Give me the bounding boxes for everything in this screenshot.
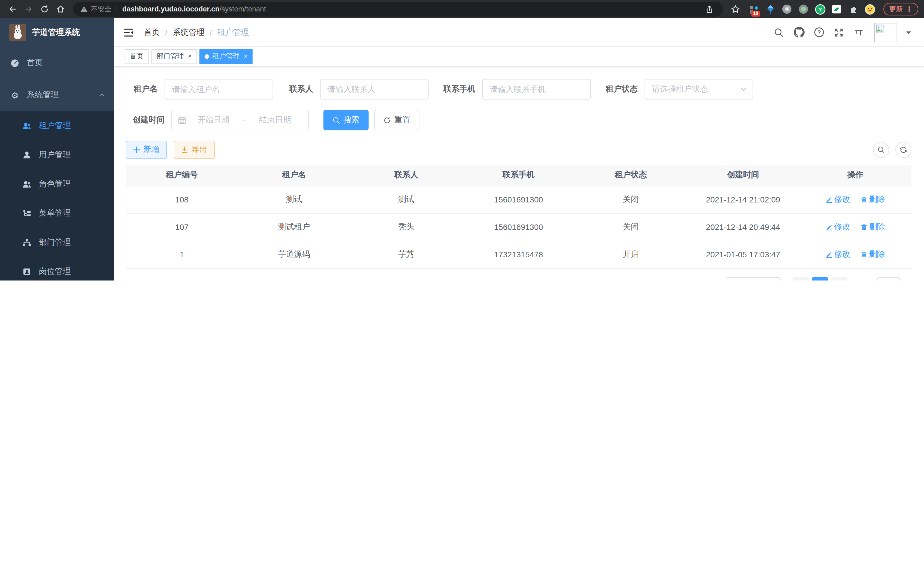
profile-avatar-icon[interactable] <box>864 3 875 15</box>
delete-link[interactable]: 删除 <box>860 194 885 205</box>
contact-input[interactable] <box>320 79 429 99</box>
refresh-table-button[interactable] <box>896 142 911 158</box>
sidebar-item-dept[interactable]: 部门管理 <box>0 228 114 257</box>
status-text: 开启 <box>574 241 687 268</box>
user-avatar-broken-image[interactable] <box>874 23 897 42</box>
header-search-icon[interactable] <box>771 24 787 41</box>
delete-link[interactable]: 删除 <box>860 222 885 232</box>
chevron-down-icon <box>740 86 747 93</box>
svg-text:Y: Y <box>818 6 822 12</box>
trash-icon <box>860 251 867 258</box>
toggle-search-button[interactable] <box>873 142 889 158</box>
tab-tenant[interactable]: 租户管理 × <box>200 49 253 64</box>
tab-home[interactable]: 首页 <box>124 49 148 64</box>
url-host: dashboard.yudao.iocoder.cn <box>122 5 219 13</box>
trash-icon <box>860 196 867 203</box>
sidebar-item-post[interactable]: 岗位管理 <box>0 257 114 281</box>
help-icon[interactable]: ? <box>811 24 827 41</box>
font-size-icon[interactable]: TT <box>851 24 867 41</box>
create-time-range-picker[interactable]: 开始日期 - 结束日期 <box>171 110 309 130</box>
reset-button[interactable]: 重置 <box>374 110 419 130</box>
command-extension-icon[interactable]: ⌘ <box>781 3 793 15</box>
extensions-cluster: 10 ⌘ Y <box>748 3 875 15</box>
svg-text:?: ? <box>817 29 820 35</box>
close-icon[interactable]: × <box>188 53 192 59</box>
status-text: 关闭 <box>574 213 687 241</box>
col-tenant-name: 租户名 <box>238 165 350 186</box>
edit-link[interactable]: 修改 <box>826 194 850 205</box>
col-mobile: 联系手机 <box>463 165 575 186</box>
tenant-name-input[interactable] <box>165 79 273 99</box>
org-chart-icon <box>21 238 33 247</box>
app-title: 芋道管理系统 <box>32 27 80 38</box>
fullscreen-icon[interactable] <box>831 24 847 41</box>
status-select[interactable]: 请选择租户状态 <box>645 79 753 99</box>
url-path: /system/tenant <box>219 5 266 13</box>
extension-grid-icon[interactable]: 10 <box>748 3 759 15</box>
breadcrumb-system[interactable]: 系统管理 <box>172 27 205 38</box>
tab-dept[interactable]: 部门管理 × <box>152 49 197 64</box>
chat-extension-icon[interactable] <box>831 3 842 15</box>
rabbit-logo-icon <box>9 24 26 41</box>
reload-icon[interactable] <box>38 2 51 16</box>
address-bar[interactable]: 不安全 dashboard.yudao.iocoder.cn /system/t… <box>73 2 723 17</box>
edit-link[interactable]: 修改 <box>826 222 850 232</box>
forward-icon[interactable] <box>22 2 35 16</box>
start-date-placeholder: 开始日期 <box>186 115 241 125</box>
create-time-label: 创建时间 <box>126 115 171 125</box>
sidebar-item-menu[interactable]: 菜单管理 <box>0 199 114 228</box>
post-badge-icon <box>21 267 33 276</box>
chevron-up-icon <box>99 92 105 98</box>
col-tenant-id: 租户编号 <box>126 165 238 186</box>
search-icon <box>333 116 340 124</box>
tags-view-bar: 首页 部门管理 × 租户管理 × <box>114 47 924 66</box>
edit-pencil-icon <box>826 251 832 258</box>
export-button[interactable]: 导出 <box>174 141 215 159</box>
close-icon[interactable]: × <box>244 53 248 59</box>
edit-pencil-icon <box>826 196 832 203</box>
puzzle-extensions-icon[interactable] <box>848 3 859 15</box>
col-contact: 联系人 <box>350 165 463 186</box>
svg-text:⌘: ⌘ <box>784 6 790 12</box>
search-button[interactable]: 搜索 <box>323 110 369 130</box>
add-button[interactable]: 新增 <box>126 141 167 159</box>
page-number-1[interactable]: 1 <box>812 277 828 281</box>
share-icon[interactable] <box>702 2 716 16</box>
end-date-placeholder: 结束日期 <box>248 115 302 125</box>
bookmark-star-icon[interactable] <box>729 2 742 16</box>
edit-pencil-icon <box>826 224 832 230</box>
edit-link[interactable]: 修改 <box>826 249 850 260</box>
balloon-extension-icon[interactable] <box>765 3 776 15</box>
tenant-name-label: 租户名 <box>126 84 165 94</box>
roles-users-icon <box>21 179 33 188</box>
delete-link[interactable]: 删除 <box>860 249 885 260</box>
mobile-input[interactable] <box>482 79 591 99</box>
sidebar-item-role[interactable]: 角色管理 <box>0 169 114 199</box>
github-icon[interactable] <box>791 24 807 41</box>
goto-page-input[interactable] <box>877 277 900 281</box>
tenant-table: 租户编号 租户名 联系人 联系手机 租户状态 创建时间 操作 108 测试 <box>126 165 911 268</box>
mobile-label: 联系手机 <box>436 84 482 94</box>
tenant-users-icon <box>21 121 33 130</box>
browser-menu-dots-icon[interactable]: ⋮ <box>906 5 913 13</box>
table-header-row: 租户编号 租户名 联系人 联系手机 租户状态 创建时间 操作 <box>126 165 911 186</box>
app-logo[interactable]: 芋道管理系统 <box>0 18 114 47</box>
avatar-caret-down-icon[interactable] <box>906 27 911 38</box>
sidebar-item-user[interactable]: 用户管理 <box>0 140 114 169</box>
sidebar-fold-icon[interactable] <box>114 27 134 38</box>
search-icon <box>877 146 885 154</box>
table-row: 107 测试租户 秃头 15601691300 关闭 2021-12-14 20… <box>126 213 911 241</box>
breadcrumb-home[interactable]: 首页 <box>144 27 160 38</box>
sidebar-item-home[interactable]: 首页 <box>0 47 114 79</box>
home-icon[interactable] <box>54 2 68 16</box>
page-size-select[interactable]: 10条/页 <box>726 277 781 281</box>
browser-update-button[interactable]: 更新 ⋮ <box>884 3 918 15</box>
prev-page-button[interactable] <box>793 277 808 281</box>
back-icon[interactable] <box>6 2 20 16</box>
sidebar-item-system[interactable]: ⚙ 系统管理 <box>0 79 114 111</box>
sidebar-item-tenant[interactable]: 租户管理 <box>0 111 114 140</box>
status-text: 关闭 <box>574 186 687 213</box>
next-page-button[interactable] <box>831 277 848 281</box>
record-extension-icon[interactable] <box>798 3 809 15</box>
y-brand-extension-icon[interactable]: Y <box>814 3 826 15</box>
